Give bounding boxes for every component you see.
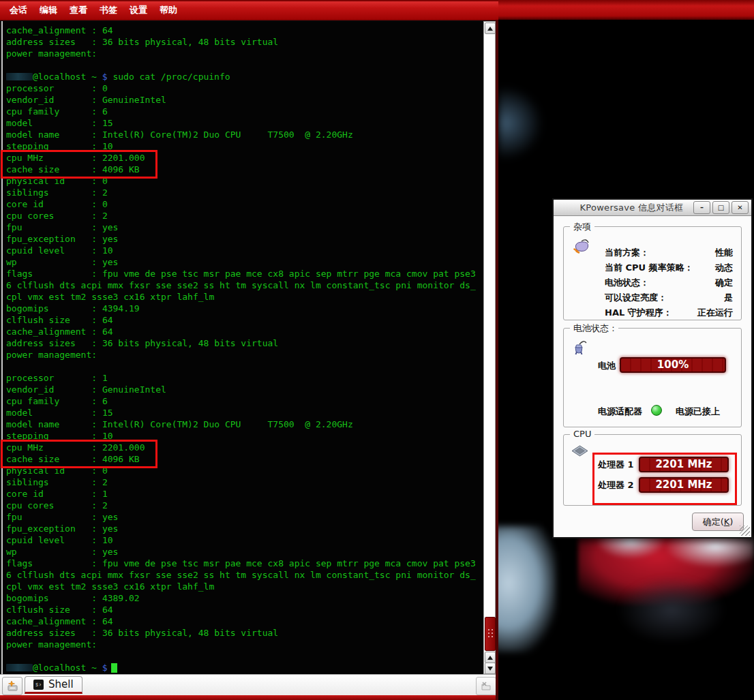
menu-item-1[interactable]: 编辑 <box>40 4 57 16</box>
terminal-line: clflush size : 64 <box>6 604 483 615</box>
misc-row-label: 当前 CPU 频率策略： <box>605 262 693 274</box>
terminal-line <box>6 361 483 372</box>
terminal-line: siblings : 2 <box>6 187 483 198</box>
maximize-button[interactable]: □ <box>712 201 729 214</box>
tab-shell-label: Shell <box>48 678 74 690</box>
background-photo-cloth <box>488 526 556 652</box>
scroll-down-button[interactable] <box>485 663 496 674</box>
terminal-line: cache_alignment : 64 <box>6 25 483 36</box>
battery-percent: 100% <box>657 359 689 371</box>
terminal-line: core id : 0 <box>6 198 483 210</box>
battery-level-bar: 100% <box>620 357 726 373</box>
terminal-line: cpu family : 6 <box>6 395 483 407</box>
misc-row-3: 可以设定亮度：是 <box>605 290 733 305</box>
led-green-icon <box>651 405 662 416</box>
minimize-button[interactable]: – <box>693 201 710 214</box>
up-arrow-icon <box>487 27 493 31</box>
terminal-line: vendor_id : GenuineIntel <box>6 384 483 395</box>
terminal-line: fpu : yes <box>6 222 483 233</box>
menu-item-0[interactable]: 会话 <box>10 4 27 16</box>
misc-group: 杂项 当前方案：性能当前 CPU 频率策略：动态电池状态：确定可以设定亮度：是H… <box>563 226 742 320</box>
ok-button[interactable]: 确定(K) <box>692 513 744 531</box>
misc-row-value: 性能 <box>715 247 733 259</box>
new-session-button[interactable] <box>2 677 22 695</box>
terminal-line <box>6 59 483 71</box>
terminal-line: core id : 1 <box>6 488 483 500</box>
ac-adapter-status: 电源已接上 <box>676 406 720 418</box>
tab-shell[interactable]: s› Shell <box>25 676 82 694</box>
command-text: sudo cat /proc/cpuinfo <box>108 72 230 82</box>
terminal-line: cpu cores : 2 <box>6 500 483 511</box>
terminal-line: processor : 1 <box>6 372 483 384</box>
menu-item-5[interactable]: 帮助 <box>160 4 177 16</box>
resize-grip[interactable] <box>740 526 750 536</box>
highlight-box-cpu-mhz-1 <box>1 150 157 179</box>
battery-group: 电池状态 : 电池 1 100% 电源适配器 电源已接上 <box>563 328 742 427</box>
terminal-line: fpu : yes <box>6 511 483 523</box>
window-right-border <box>496 20 498 700</box>
misc-row-value: 确定 <box>715 277 733 289</box>
menu-item-2[interactable]: 查看 <box>70 4 87 16</box>
terminal-line: address sizes : 36 bits physical, 48 bit… <box>6 337 483 349</box>
terminal-line: cache_alignment : 64 <box>6 326 483 337</box>
ok-button-label-end: ) <box>729 517 733 527</box>
scroll-up-button-bottom[interactable] <box>485 652 496 663</box>
terminal-line: @localhost ~ $ <box>6 662 483 673</box>
prompt-host: @localhost ~ <box>33 663 102 673</box>
new-session-icon <box>6 680 19 693</box>
terminal-output: cache_alignment : 64address sizes : 36 b… <box>6 25 483 673</box>
terminal-line: bogomips : 4389.02 <box>6 592 483 604</box>
terminal-line: cpuid level : 10 <box>6 245 483 256</box>
background-red-bar <box>498 0 754 20</box>
menu-item-3[interactable]: 书签 <box>100 4 117 16</box>
highlight-box-cpu-mhz-2 <box>1 440 157 468</box>
prompt-symbol: $ <box>102 72 108 82</box>
battery-plug-icon <box>571 340 588 360</box>
close-button[interactable]: ✕ <box>732 201 749 214</box>
down-arrow-icon <box>487 667 493 671</box>
terminal-line: fpu_exception : yes <box>6 523 483 534</box>
scrollbar-thumb[interactable] <box>485 617 496 651</box>
misc-row-0: 当前方案：性能 <box>605 245 733 260</box>
terminal-line: model : 15 <box>6 117 483 129</box>
misc-row-4: HAL 守护程序：正在运行 <box>605 305 733 320</box>
terminal-line: cpuid level : 10 <box>6 534 483 546</box>
terminal-line: power management: <box>6 48 483 59</box>
terminal-line: vendor_id : GenuineIntel <box>6 94 483 106</box>
terminal-line: cache_alignment : 64 <box>6 615 483 627</box>
detach-session-icon <box>480 681 492 692</box>
scroll-up-button[interactable] <box>485 22 496 34</box>
terminal-line: cpl vmx est tm2 ssse3 cx16 xtpr lahf_lm <box>6 581 483 592</box>
terminal-line: 6 clflush dts acpi mmx fxsr sse sse2 ss … <box>6 569 483 581</box>
censored-username <box>6 664 33 671</box>
terminal-line: flags : fpu vme de pse tsc msr pae mce c… <box>6 558 483 569</box>
terminal-line <box>6 650 483 662</box>
konsole-window: 会话编辑查看书签设置帮助 cache_alignment : 64address… <box>0 0 498 700</box>
terminal-line: bogomips : 4394.19 <box>6 303 483 314</box>
misc-row-1: 当前 CPU 频率策略：动态 <box>605 260 733 275</box>
ac-adapter-label: 电源适配器 <box>598 406 642 418</box>
terminal-line: power management: <box>6 639 483 650</box>
prompt-symbol: $ <box>102 663 108 673</box>
terminal-line: cpu family : 6 <box>6 106 483 117</box>
dialog-title-bar[interactable]: KPowersave 信息对话框 – □ ✕ <box>554 200 751 216</box>
terminal-line: fpu_exception : yes <box>6 233 483 245</box>
terminal-cursor <box>111 663 117 673</box>
konsole-menu-bar: 会话编辑查看书签设置帮助 <box>0 0 498 20</box>
misc-row-2: 电池状态：确定 <box>605 275 733 290</box>
detach-session-button[interactable] <box>476 677 496 695</box>
window-bottom-border <box>0 695 498 700</box>
misc-row-label: HAL 守护程序： <box>605 307 672 319</box>
background-photo-dark <box>617 576 726 644</box>
terminal-scrollbar[interactable] <box>483 21 496 674</box>
terminal-line: wp : yes <box>6 256 483 268</box>
terminal-line: address sizes : 36 bits physical, 48 bit… <box>6 627 483 639</box>
misc-row-value: 动态 <box>715 262 733 274</box>
terminal-line: processor : 0 <box>6 82 483 94</box>
dialog-title: KPowersave 信息对话框 <box>554 202 693 214</box>
menu-item-4[interactable]: 设置 <box>130 4 147 16</box>
misc-row-label: 当前方案： <box>605 247 649 259</box>
ok-button-label: 确定( <box>703 516 724 528</box>
terminal-line: 6 clflush dts acpi mmx fxsr sse sse2 ss … <box>6 279 483 291</box>
misc-row-label: 电池状态： <box>605 277 649 289</box>
